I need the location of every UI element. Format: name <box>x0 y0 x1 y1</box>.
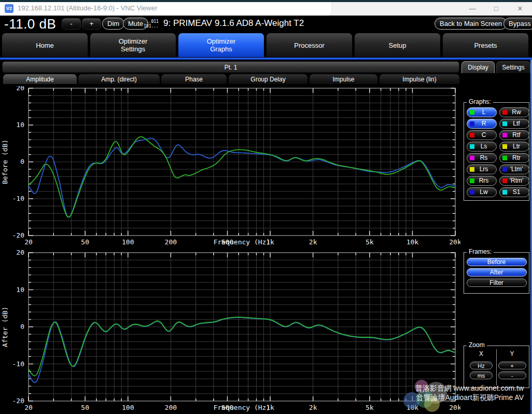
measurement-point-bar[interactable]: Pt. 1 <box>2 61 459 73</box>
frames-panel-legend: Frames: <box>467 248 494 255</box>
channel-color-swatch <box>470 144 474 149</box>
panel-tab-display[interactable]: Display <box>461 61 495 73</box>
frames-panel: Frames: BeforeAfterFilter <box>464 252 529 294</box>
channel-button-Rw[interactable]: Rw <box>499 107 529 117</box>
channel-label: C <box>474 131 493 140</box>
close-icon[interactable]: ✕ <box>508 2 532 16</box>
frame-button-filter[interactable]: Filter <box>467 279 527 287</box>
channel-label: Ls <box>474 142 493 151</box>
channel-button-L[interactable]: L <box>467 107 497 117</box>
tab-label: Presets <box>474 42 497 49</box>
channel-button-Rtf[interactable]: Rtf <box>499 130 529 140</box>
panel-tab-settings[interactable]: Settings <box>496 61 530 73</box>
svg-text:-20: -20 <box>12 231 24 239</box>
tab-presets[interactable]: Presets <box>442 33 529 58</box>
vnc-window: V2 192.168.12.101 (Altitude-16-9:0) - VN… <box>0 0 532 414</box>
channel-label: Rrs <box>474 176 493 185</box>
maximize-icon[interactable]: □ <box>484 2 508 16</box>
channel-button-Ltr[interactable]: Ltr <box>499 142 529 151</box>
svg-text:10k: 10k <box>407 238 419 246</box>
channel-button-S1[interactable]: S1 <box>499 187 529 197</box>
zoom-y-column: Y + - <box>497 349 527 385</box>
svg-text:-20: -20 <box>12 397 24 405</box>
svg-text:200: 200 <box>165 238 177 246</box>
dim-button[interactable]: Dim <box>102 18 124 30</box>
zoom-x-ms-button[interactable]: ms <box>470 371 493 379</box>
svg-text:Before (dB): Before (dB) <box>1 140 9 184</box>
graphs-panel-legend: Graphs: <box>467 98 493 105</box>
volume-display: -11.0 dB <box>4 16 56 32</box>
channel-color-swatch <box>470 110 474 115</box>
channel-button-Rtr[interactable]: Rtr <box>499 153 529 163</box>
svg-text:10: 10 <box>16 286 24 294</box>
channel-label: 'Ltm' <box>507 165 526 174</box>
graph-tab-phase[interactable]: Phase <box>161 74 227 85</box>
channel-color-swatch <box>502 121 507 126</box>
after-amplitude-chart: 20100-10-2020501002005001k2k5k10k20kFreq… <box>0 250 460 414</box>
channel-button-Rrs[interactable]: Rrs <box>467 176 497 186</box>
svg-text:20k: 20k <box>449 238 460 246</box>
channel-label: Rtr <box>507 154 526 162</box>
svg-text:After (dB): After (dB) <box>1 307 9 347</box>
svg-text:100: 100 <box>122 238 134 246</box>
back-to-main-screen-button[interactable]: Back to Main Screen <box>435 18 507 30</box>
channel-button-Rtm[interactable]: 'Rtm' <box>499 176 529 186</box>
channel-color-swatch <box>470 167 474 172</box>
channel-button-R[interactable]: R <box>467 119 497 129</box>
svg-text:0: 0 <box>20 158 24 165</box>
svg-text:-10: -10 <box>12 195 24 202</box>
zoom-x-hz-button[interactable]: Hz <box>470 362 493 369</box>
graph-tab-impulse-lin-[interactable]: Impulse (lin) <box>379 74 460 85</box>
tab-optimizer-graphs[interactable]: Optimizer Graphs <box>178 33 264 58</box>
channel-color-swatch <box>502 167 507 172</box>
channel-button-C[interactable]: C <box>467 130 497 140</box>
tab-processor[interactable]: Processor <box>266 33 353 58</box>
volume-up-button[interactable]: + <box>82 18 101 30</box>
tab-label: Setup <box>389 42 407 49</box>
svg-text:2k: 2k <box>309 404 317 411</box>
svg-text:5k: 5k <box>366 404 374 411</box>
graph-tab-amp-direct-[interactable]: Amp. (direct) <box>78 74 160 85</box>
svg-text:0: 0 <box>20 323 24 330</box>
graphs-panel: Graphs: LRwRLtfCRtfLsLtrRsRtrLrs'Ltm'Rrs… <box>464 102 529 201</box>
svg-text:10: 10 <box>16 121 24 129</box>
frame-button-after[interactable]: After <box>467 268 527 277</box>
volume-down-button[interactable]: - <box>62 18 81 30</box>
channel-color-swatch <box>502 156 507 160</box>
tab-home[interactable]: Home <box>2 33 88 58</box>
channel-button-Rs[interactable]: Rs <box>467 153 497 163</box>
zoom-panel: Zoom X Hz ms Y + - <box>464 346 529 388</box>
tab-setup[interactable]: Setup <box>354 33 441 58</box>
channel-label: Lw <box>474 188 493 197</box>
graph-tab-group-delay[interactable]: Group Delay <box>228 74 308 85</box>
channel-color-swatch <box>502 133 507 137</box>
channel-label: Rs <box>474 154 493 162</box>
tab-optimizer-settings[interactable]: Optimizer Settings <box>90 33 176 58</box>
minimize-icon[interactable]: — <box>460 2 484 16</box>
bypass-button[interactable]: Bypass <box>503 18 532 30</box>
channel-button-Ltf[interactable]: Ltf <box>499 119 529 129</box>
graph-tab-impulse[interactable]: Impulse <box>309 74 378 85</box>
channel-button-Ls[interactable]: Ls <box>467 142 497 151</box>
channel-color-swatch <box>502 110 507 115</box>
frame-button-before[interactable]: Before <box>467 258 527 266</box>
channel-label: L <box>474 108 493 117</box>
channel-label: Ltf <box>507 119 526 128</box>
vnc-connection-tab[interactable]: V2 192.168.12.101 (Altitude-16-9:0) - VN… <box>0 2 332 16</box>
channel-button-Lw[interactable]: Lw <box>467 187 497 197</box>
window-controls: — □ ✕ <box>460 2 532 16</box>
zoom-panel-legend: Zoom <box>467 341 487 349</box>
graph-tab-amplitude[interactable]: Amplitude <box>3 74 77 85</box>
tab-label: Processor <box>294 42 325 49</box>
zoom-y-minus-button[interactable]: - <box>498 371 526 379</box>
channel-color-swatch <box>502 144 507 149</box>
zoom-y-plus-button[interactable]: + <box>498 362 526 369</box>
svg-text:2k: 2k <box>309 238 317 246</box>
channel-button-Lrs[interactable]: Lrs <box>467 164 497 174</box>
current-preset-title: 9: PRIMEAV 9.1.6 AD8 A-Weight T2 <box>163 18 304 29</box>
zoom-x-column: X Hz ms <box>466 349 497 385</box>
channel-label: 'Rtm' <box>507 176 526 185</box>
channel-button-Ltm[interactable]: 'Ltm' <box>499 164 529 174</box>
svg-text:20k: 20k <box>449 404 460 411</box>
main-tab-bar: HomeOptimizer SettingsOptimizer GraphsPr… <box>0 32 532 60</box>
